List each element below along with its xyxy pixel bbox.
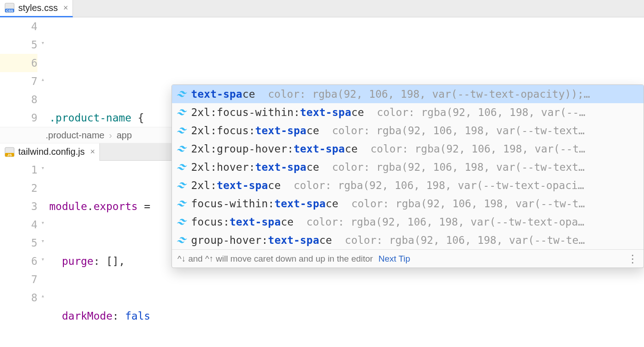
fold-open-icon[interactable]: ▾	[41, 164, 45, 171]
close-icon[interactable]: ×	[63, 3, 68, 13]
tailwind-icon	[177, 182, 187, 189]
autocomplete-label: 2xl:hover:text-space	[191, 161, 319, 173]
autocomplete-item[interactable]: 2xl:group-hover:text-spacecolor: rgba(92…	[172, 140, 644, 158]
autocomplete-label: 2xl:group-hover:text-space	[191, 143, 358, 155]
autocomplete-label: focus-within:text-space	[191, 198, 338, 210]
fold-column: ▾ ▴	[41, 17, 49, 127]
autocomplete-hint: color: rgba(92, 106, 198, var(--tw-text-…	[306, 216, 639, 228]
js-file-icon: JS	[5, 147, 15, 157]
autocomplete-label: 2xl:text-space	[191, 179, 281, 191]
tailwind-icon	[177, 219, 187, 225]
footer-hint: ^↓ and ^↑ will move caret down and up in…	[177, 254, 373, 264]
tailwind-icon	[177, 146, 187, 152]
tailwind-icon	[177, 91, 187, 97]
autocomplete-label: 2xl:focus:text-space	[191, 125, 319, 137]
autocomplete-hint: color: rgba(92, 106, 198, var(--tw-te…	[345, 234, 639, 246]
tailwind-icon	[177, 200, 187, 207]
autocomplete-popup: text-spacecolor: rgba(92, 106, 198, var(…	[171, 84, 644, 268]
tailwind-icon	[177, 127, 187, 134]
autocomplete-hint: color: rgba(92, 106, 198, var(--tw-text…	[332, 125, 639, 137]
autocomplete-label: focus:text-space	[191, 216, 294, 228]
tailwind-icon	[177, 237, 187, 243]
autocomplete-footer: ^↓ and ^↑ will move caret down and up in…	[172, 249, 644, 268]
autocomplete-item[interactable]: text-spacecolor: rgba(92, 106, 198, var(…	[172, 85, 644, 103]
fold-open-icon[interactable]: ▾	[41, 219, 45, 226]
gutter: 4 5 6 7 8 9	[0, 17, 41, 127]
autocomplete-item[interactable]: 2xl:hover:text-spacecolor: rgba(92, 106,…	[172, 158, 644, 176]
autocomplete-item[interactable]: focus-within:text-spacecolor: rgba(92, 1…	[172, 195, 644, 213]
autocomplete-hint: color: rgba(92, 106, 198, var(--tw-text…	[332, 161, 639, 173]
tab-styles-css[interactable]: CSS styles.css ×	[0, 0, 73, 17]
autocomplete-label: text-space	[191, 88, 255, 100]
autocomplete-item[interactable]: 2xl:focus-within:text-spacecolor: rgba(9…	[172, 103, 644, 121]
svg-text:CSS: CSS	[6, 9, 13, 13]
tailwind-icon	[177, 164, 187, 170]
svg-text:JS: JS	[7, 153, 12, 157]
fold-open-icon[interactable]: ▾	[41, 256, 45, 263]
next-tip-link[interactable]: Next Tip	[379, 254, 410, 264]
more-icon[interactable]: ⋮	[627, 252, 638, 265]
autocomplete-item[interactable]: 2xl:focus:text-spacecolor: rgba(92, 106,…	[172, 121, 644, 140]
tailwind-icon	[177, 109, 187, 116]
fold-open-icon[interactable]: ▾	[41, 39, 45, 46]
autocomplete-item[interactable]: group-hover:text-spacecolor: rgba(92, 10…	[172, 231, 644, 249]
autocomplete-label: group-hover:text-space	[191, 234, 332, 246]
autocomplete-label: 2xl:focus-within:text-space	[191, 106, 364, 118]
autocomplete-hint: color: rgba(92, 106, 198, var(--…	[377, 106, 639, 118]
gutter: 1 2 3 4 5 6 7 8	[0, 161, 41, 311]
fold-close-icon[interactable]: ▴	[41, 292, 45, 299]
autocomplete-hint: color: rgba(92, 106, 198, var(--tw-text-…	[294, 179, 639, 191]
autocomplete-hint: color: rgba(92, 106, 198, var(--tw-text-…	[268, 88, 639, 100]
autocomplete-item[interactable]: 2xl:text-spacecolor: rgba(92, 106, 198, …	[172, 176, 644, 195]
tab-label: styles.css	[18, 3, 58, 13]
autocomplete-item[interactable]: focus:text-spacecolor: rgba(92, 106, 198…	[172, 213, 644, 231]
autocomplete-hint: color: rgba(92, 106, 198, var(--tw-t…	[351, 198, 639, 210]
fold-close-icon[interactable]: ▴	[41, 76, 45, 83]
fold-open-icon[interactable]: ▾	[41, 237, 45, 244]
css-file-icon: CSS	[5, 3, 15, 13]
fold-column: ▾ ▾ ▾ ▾ ▴	[41, 161, 49, 311]
autocomplete-hint: color: rgba(92, 106, 198, var(--t…	[370, 143, 639, 155]
editor-tab-bar-top: CSS styles.css ×	[0, 0, 644, 17]
